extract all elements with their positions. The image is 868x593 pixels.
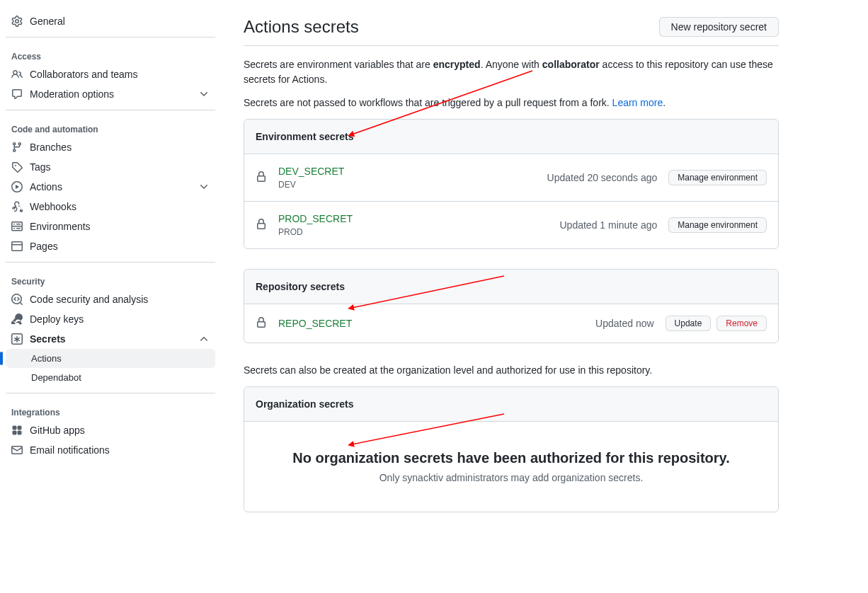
divider [6, 393, 215, 393]
update-button[interactable]: Update [666, 316, 712, 331]
secret-row: PROD_SECRET PROD Updated 1 minute ago Ma… [244, 202, 778, 248]
sidebar-item-moderation[interactable]: Moderation options [6, 84, 215, 104]
sidebar-item-secrets[interactable]: Secrets [6, 329, 215, 349]
secret-updated: Updated now [595, 318, 654, 329]
sidebar-section-security: Security [6, 271, 215, 289]
webhook-icon [11, 201, 23, 212]
play-icon [11, 181, 23, 192]
sidebar-item-webhooks[interactable]: Webhooks [6, 197, 215, 217]
org-description: Secrets can also be created at the organ… [244, 363, 779, 378]
sidebar-section-code: Code and automation [6, 119, 215, 137]
divider [6, 37, 215, 38]
sidebar-item-branches[interactable]: Branches [6, 137, 215, 157]
empty-subtitle: Only synacktiv administrators may add or… [258, 472, 764, 483]
empty-title: No organization secrets have been author… [258, 450, 764, 466]
secret-updated: Updated 1 minute ago [560, 219, 658, 231]
browser-icon [11, 241, 23, 252]
sidebar-item-label: Secrets [30, 333, 66, 345]
gear-icon [11, 16, 23, 27]
chevron-down-icon [198, 181, 210, 192]
empty-state: No organization secrets have been author… [244, 422, 778, 512]
secret-name: PROD_SECRET [278, 213, 560, 224]
chevron-down-icon [198, 88, 210, 100]
new-secret-button[interactable]: New repository secret [659, 17, 779, 37]
page-title: Actions secrets [244, 17, 359, 37]
repository-secrets-box: Repository secrets REPO_SECRET Updated n… [244, 269, 779, 343]
sidebar-item-label: Tags [30, 161, 51, 173]
sidebar-item-collaborators[interactable]: Collaborators and teams [6, 64, 215, 84]
settings-sidebar: General Access Collaborators and teams M… [0, 0, 221, 560]
branch-icon [11, 142, 23, 153]
secret-info: DEV_SECRET DEV [278, 166, 547, 190]
sidebar-item-label: General [30, 16, 65, 27]
main-content: Actions secrets New repository secret Se… [221, 0, 801, 560]
codescan-icon [11, 294, 23, 305]
secret-info: REPO_SECRET [278, 318, 595, 329]
sidebar-item-environments[interactable]: Environments [6, 217, 215, 236]
sidebar-item-label: Actions [30, 181, 62, 192]
box-header: Repository secrets [244, 270, 778, 304]
learn-more-link[interactable]: Learn more [612, 97, 663, 108]
sidebar-item-label: Moderation options [30, 88, 114, 100]
secret-row: DEV_SECRET DEV Updated 20 seconds ago Ma… [244, 154, 778, 202]
box-header: Organization secrets [244, 387, 778, 422]
key-icon [11, 313, 23, 325]
sidebar-item-general[interactable]: General [6, 11, 215, 31]
secret-row: REPO_SECRET Updated now Update Remove [244, 304, 778, 342]
secret-info: PROD_SECRET PROD [278, 213, 560, 237]
key-asterisk-icon [11, 333, 23, 345]
sidebar-item-email-notifications[interactable]: Email notifications [6, 440, 215, 460]
sidebar-item-label: Email notifications [30, 444, 110, 456]
tag-icon [11, 161, 23, 173]
sidebar-item-label: Webhooks [30, 201, 76, 212]
sidebar-item-tags[interactable]: Tags [6, 157, 215, 177]
sidebar-item-pages[interactable]: Pages [6, 236, 215, 256]
apps-icon [11, 425, 23, 436]
page-header: Actions secrets New repository secret [244, 17, 779, 46]
sidebar-item-github-apps[interactable]: GitHub apps [6, 420, 215, 440]
mail-icon [11, 444, 23, 456]
secret-updated: Updated 20 seconds ago [547, 172, 658, 183]
lock-icon [256, 317, 267, 330]
divider [6, 110, 215, 110]
environment-secrets-box: Environment secrets DEV_SECRET DEV Updat… [244, 119, 779, 249]
sidebar-item-label: Actions [31, 353, 62, 364]
sidebar-section-integrations: Integrations [6, 402, 215, 420]
sidebar-item-secrets-dependabot[interactable]: Dependabot [6, 368, 215, 387]
divider [6, 262, 215, 263]
description-1: Secrets are environment variables that a… [244, 57, 779, 87]
description-2: Secrets are not passed to workflows that… [244, 96, 779, 110]
box-header: Environment secrets [244, 120, 778, 154]
sidebar-item-actions[interactable]: Actions [6, 177, 215, 197]
chevron-up-icon [198, 333, 210, 345]
sidebar-item-label: Branches [30, 142, 72, 153]
secret-env: DEV [278, 180, 547, 190]
sidebar-item-label: Environments [30, 221, 91, 232]
remove-button[interactable]: Remove [716, 316, 767, 331]
manage-environment-button[interactable]: Manage environment [668, 170, 767, 185]
sidebar-item-secrets-actions[interactable]: Actions [6, 349, 215, 368]
sidebar-item-deploy-keys[interactable]: Deploy keys [6, 309, 215, 329]
server-icon [11, 221, 23, 232]
sidebar-item-label: Code security and analysis [30, 294, 148, 305]
secret-name: REPO_SECRET [278, 318, 595, 329]
sidebar-item-label: Pages [30, 241, 58, 252]
comment-icon [11, 88, 23, 100]
organization-secrets-box: Organization secrets No organization sec… [244, 386, 779, 512]
sidebar-item-label: Collaborators and teams [30, 69, 138, 80]
secret-env: PROD [278, 227, 560, 237]
sidebar-item-label: Dependabot [31, 372, 81, 383]
sidebar-item-label: Deploy keys [30, 313, 84, 325]
sidebar-item-label: GitHub apps [30, 425, 85, 436]
secret-name: DEV_SECRET [278, 166, 547, 177]
sidebar-item-code-security[interactable]: Code security and analysis [6, 289, 215, 309]
lock-icon [256, 219, 267, 232]
people-icon [11, 69, 23, 80]
manage-environment-button[interactable]: Manage environment [668, 217, 767, 233]
sidebar-section-access: Access [6, 46, 215, 64]
lock-icon [256, 171, 267, 185]
